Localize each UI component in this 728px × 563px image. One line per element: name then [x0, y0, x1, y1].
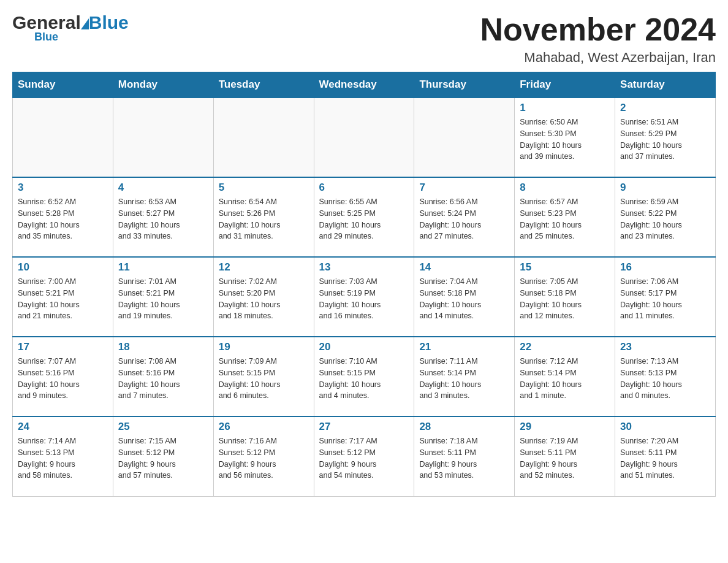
header-wednesday: Wednesday — [314, 72, 414, 98]
calendar-cell-w2-d7: 9Sunrise: 6:59 AMSunset: 5:22 PMDaylight… — [615, 177, 716, 257]
day-number-9: 9 — [620, 182, 710, 194]
day-info-29: Sunrise: 7:19 AMSunset: 5:11 PMDaylight:… — [520, 435, 610, 481]
page-header: General Blue Blue November 2024 Mahabad,… — [12, 12, 716, 66]
day-number-16: 16 — [620, 261, 710, 274]
day-info-18: Sunrise: 7:08 AMSunset: 5:16 PMDaylight:… — [118, 356, 208, 402]
day-number-19: 19 — [219, 341, 309, 353]
calendar-cell-w4-d3: 19Sunrise: 7:09 AMSunset: 5:15 PMDayligh… — [213, 337, 314, 416]
calendar-cell-w1-d3 — [213, 98, 314, 177]
week-row-4: 17Sunrise: 7:07 AMSunset: 5:16 PMDayligh… — [13, 337, 716, 416]
calendar-cell-w1-d1 — [13, 98, 113, 177]
day-number-23: 23 — [620, 341, 710, 353]
day-info-24: Sunrise: 7:14 AMSunset: 5:13 PMDaylight:… — [18, 435, 108, 481]
day-info-27: Sunrise: 7:17 AMSunset: 5:12 PMDaylight:… — [319, 435, 409, 481]
day-info-13: Sunrise: 7:03 AMSunset: 5:19 PMDaylight:… — [319, 276, 409, 322]
day-info-4: Sunrise: 6:53 AMSunset: 5:27 PMDaylight:… — [118, 196, 208, 242]
day-info-16: Sunrise: 7:06 AMSunset: 5:17 PMDaylight:… — [620, 276, 710, 322]
day-number-13: 13 — [319, 261, 409, 274]
day-number-27: 27 — [319, 421, 409, 433]
day-number-24: 24 — [18, 421, 108, 433]
logo-bottom-text: Blue — [34, 31, 58, 44]
day-number-17: 17 — [18, 341, 108, 353]
day-number-15: 15 — [520, 261, 610, 274]
day-info-30: Sunrise: 7:20 AMSunset: 5:11 PMDaylight:… — [620, 435, 710, 481]
header-saturday: Saturday — [615, 72, 716, 98]
day-info-8: Sunrise: 6:57 AMSunset: 5:23 PMDaylight:… — [520, 196, 610, 242]
day-number-12: 12 — [219, 261, 309, 274]
logo-general-text: General — [12, 12, 81, 33]
calendar-cell-w5-d2: 25Sunrise: 7:15 AMSunset: 5:12 PMDayligh… — [113, 416, 213, 496]
week-row-2: 3Sunrise: 6:52 AMSunset: 5:28 PMDaylight… — [13, 177, 716, 257]
calendar-cell-w2-d4: 6Sunrise: 6:55 AMSunset: 5:25 PMDaylight… — [314, 177, 414, 257]
calendar-cell-w1-d6: 1Sunrise: 6:50 AMSunset: 5:30 PMDaylight… — [515, 98, 615, 177]
day-number-1: 1 — [520, 102, 610, 114]
day-number-4: 4 — [118, 182, 208, 194]
header-tuesday: Tuesday — [213, 72, 314, 98]
day-info-19: Sunrise: 7:09 AMSunset: 5:15 PMDaylight:… — [219, 356, 309, 402]
day-number-20: 20 — [319, 341, 409, 353]
calendar-cell-w1-d5 — [414, 98, 515, 177]
calendar-cell-w1-d4 — [314, 98, 414, 177]
calendar-cell-w3-d7: 16Sunrise: 7:06 AMSunset: 5:17 PMDayligh… — [615, 257, 716, 337]
logo-triangle-icon — [81, 18, 89, 29]
day-info-26: Sunrise: 7:16 AMSunset: 5:12 PMDaylight:… — [219, 435, 309, 481]
day-number-6: 6 — [319, 182, 409, 194]
week-row-3: 10Sunrise: 7:00 AMSunset: 5:21 PMDayligh… — [13, 257, 716, 337]
calendar-cell-w4-d4: 20Sunrise: 7:10 AMSunset: 5:15 PMDayligh… — [314, 337, 414, 416]
calendar-cell-w1-d7: 2Sunrise: 6:51 AMSunset: 5:29 PMDaylight… — [615, 98, 716, 177]
day-info-23: Sunrise: 7:13 AMSunset: 5:13 PMDaylight:… — [620, 356, 710, 402]
header-monday: Monday — [113, 72, 213, 98]
calendar-table: Sunday Monday Tuesday Wednesday Thursday… — [12, 72, 716, 497]
calendar-cell-w4-d5: 21Sunrise: 7:11 AMSunset: 5:14 PMDayligh… — [414, 337, 515, 416]
day-number-28: 28 — [419, 421, 509, 433]
calendar-cell-w3-d6: 15Sunrise: 7:05 AMSunset: 5:18 PMDayligh… — [515, 257, 615, 337]
day-number-7: 7 — [419, 182, 509, 194]
day-number-2: 2 — [620, 102, 710, 114]
day-number-11: 11 — [118, 261, 208, 274]
calendar-cell-w4-d1: 17Sunrise: 7:07 AMSunset: 5:16 PMDayligh… — [13, 337, 113, 416]
day-info-21: Sunrise: 7:11 AMSunset: 5:14 PMDaylight:… — [419, 356, 509, 402]
day-info-15: Sunrise: 7:05 AMSunset: 5:18 PMDaylight:… — [520, 276, 610, 322]
calendar-cell-w5-d4: 27Sunrise: 7:17 AMSunset: 5:12 PMDayligh… — [314, 416, 414, 496]
header-thursday: Thursday — [414, 72, 515, 98]
day-info-22: Sunrise: 7:12 AMSunset: 5:14 PMDaylight:… — [520, 356, 610, 402]
calendar-cell-w4-d6: 22Sunrise: 7:12 AMSunset: 5:14 PMDayligh… — [515, 337, 615, 416]
day-number-8: 8 — [520, 182, 610, 194]
calendar-cell-w5-d7: 30Sunrise: 7:20 AMSunset: 5:11 PMDayligh… — [615, 416, 716, 496]
day-number-10: 10 — [18, 261, 108, 274]
day-info-10: Sunrise: 7:00 AMSunset: 5:21 PMDaylight:… — [18, 276, 108, 322]
day-info-9: Sunrise: 6:59 AMSunset: 5:22 PMDaylight:… — [620, 196, 710, 242]
location-subtitle: Mahabad, West Azerbaijan, Iran — [480, 50, 716, 66]
header-sunday: Sunday — [13, 72, 113, 98]
day-number-22: 22 — [520, 341, 610, 353]
header-friday: Friday — [515, 72, 615, 98]
title-block: November 2024 Mahabad, West Azerbaijan, … — [480, 12, 716, 66]
calendar-cell-w3-d5: 14Sunrise: 7:04 AMSunset: 5:18 PMDayligh… — [414, 257, 515, 337]
day-info-5: Sunrise: 6:54 AMSunset: 5:26 PMDaylight:… — [219, 196, 309, 242]
day-number-30: 30 — [620, 421, 710, 433]
calendar-cell-w4-d7: 23Sunrise: 7:13 AMSunset: 5:13 PMDayligh… — [615, 337, 716, 416]
day-info-6: Sunrise: 6:55 AMSunset: 5:25 PMDaylight:… — [319, 196, 409, 242]
calendar-cell-w5-d1: 24Sunrise: 7:14 AMSunset: 5:13 PMDayligh… — [13, 416, 113, 496]
day-info-14: Sunrise: 7:04 AMSunset: 5:18 PMDaylight:… — [419, 276, 509, 322]
day-info-17: Sunrise: 7:07 AMSunset: 5:16 PMDaylight:… — [18, 356, 108, 402]
day-info-12: Sunrise: 7:02 AMSunset: 5:20 PMDaylight:… — [219, 276, 309, 322]
day-number-18: 18 — [118, 341, 208, 353]
day-number-5: 5 — [219, 182, 309, 194]
logo: General Blue Blue — [12, 12, 129, 44]
calendar-cell-w5-d6: 29Sunrise: 7:19 AMSunset: 5:11 PMDayligh… — [515, 416, 615, 496]
day-info-20: Sunrise: 7:10 AMSunset: 5:15 PMDaylight:… — [319, 356, 409, 402]
calendar-cell-w2-d6: 8Sunrise: 6:57 AMSunset: 5:23 PMDaylight… — [515, 177, 615, 257]
day-info-1: Sunrise: 6:50 AMSunset: 5:30 PMDaylight:… — [520, 117, 610, 163]
day-info-25: Sunrise: 7:15 AMSunset: 5:12 PMDaylight:… — [118, 435, 208, 481]
day-number-29: 29 — [520, 421, 610, 433]
day-info-3: Sunrise: 6:52 AMSunset: 5:28 PMDaylight:… — [18, 196, 108, 242]
calendar-cell-w5-d3: 26Sunrise: 7:16 AMSunset: 5:12 PMDayligh… — [213, 416, 314, 496]
calendar-cell-w2-d1: 3Sunrise: 6:52 AMSunset: 5:28 PMDaylight… — [13, 177, 113, 257]
calendar-cell-w2-d2: 4Sunrise: 6:53 AMSunset: 5:27 PMDaylight… — [113, 177, 213, 257]
calendar-header-row: Sunday Monday Tuesday Wednesday Thursday… — [13, 72, 716, 98]
week-row-5: 24Sunrise: 7:14 AMSunset: 5:13 PMDayligh… — [13, 416, 716, 496]
calendar-cell-w2-d5: 7Sunrise: 6:56 AMSunset: 5:24 PMDaylight… — [414, 177, 515, 257]
day-info-28: Sunrise: 7:18 AMSunset: 5:11 PMDaylight:… — [419, 435, 509, 481]
calendar-cell-w4-d2: 18Sunrise: 7:08 AMSunset: 5:16 PMDayligh… — [113, 337, 213, 416]
